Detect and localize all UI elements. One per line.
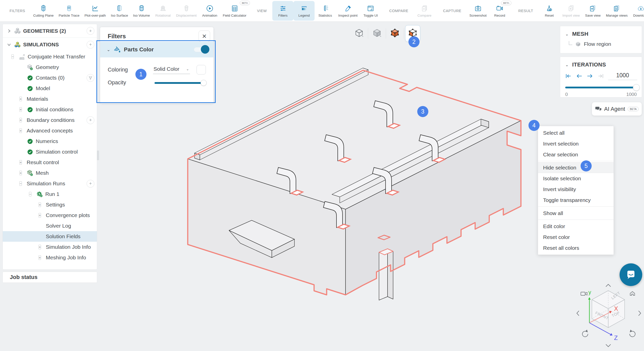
toolbar-button-plot-over-path[interactable]: Plot-over-path [82, 1, 108, 21]
skip-to-end-icon[interactable] [597, 73, 604, 79]
expand-icon[interactable]: + [39, 245, 43, 249]
menu-item-toggle-transparency[interactable]: Toggle transparency [538, 195, 614, 205]
chevron-right-icon[interactable] [7, 29, 11, 33]
toolbar-button-download[interactable]: Download [630, 1, 644, 21]
tree-item-simulation-runs[interactable]: −Simulation Runs+ [3, 178, 97, 189]
ai-agent-button[interactable]: AI Agent BETA [592, 102, 642, 116]
menu-item-reset-color[interactable]: Reset color [538, 232, 614, 242]
mesh-panel: ⌄ MESH Flow region [560, 26, 642, 53]
tree-item-materials[interactable]: +Materials [3, 94, 97, 104]
toolbar-button-particle-trace[interactable]: Particle Trace [56, 1, 82, 21]
tree-item-solver-log[interactable]: Solver Log [3, 221, 97, 231]
toolbar-button-iso-volume[interactable]: Iso Volume [131, 1, 153, 21]
render-mode-cube-vertices-button[interactable] [387, 25, 402, 42]
render-mode-cube-solid-button[interactable] [369, 25, 385, 42]
opacity-slider[interactable] [155, 80, 204, 86]
toolbar-button-field-calculator[interactable]: Field CalculatorBETA [220, 1, 249, 21]
menu-item-select-all[interactable]: Select all [538, 127, 614, 138]
tree-item-simulation-job-info[interactable]: +Simulation Job Info [3, 242, 97, 252]
tree-item-model[interactable]: Model [3, 83, 97, 94]
render-mode-cube-wire-button[interactable] [352, 25, 367, 42]
add-button[interactable]: + [87, 41, 94, 49]
expand-icon[interactable]: + [39, 255, 43, 260]
menu-item-invert-visibility[interactable]: Invert visibility [538, 184, 614, 195]
toolbar-button-filters[interactable]: Filters [272, 1, 293, 21]
tree-item-contacts-0[interactable]: Contacts (0) [3, 73, 97, 83]
chevron-down-icon[interactable]: ⌄ [565, 62, 569, 67]
toolbar-button-cutting-plane[interactable]: Cutting Plane [31, 1, 56, 21]
menu-item-reset-all-colors[interactable]: Reset all colors [538, 242, 614, 253]
mesh-item-flow-region[interactable]: Flow region [560, 37, 642, 47]
expand-icon[interactable]: + [19, 97, 24, 101]
menu-item-clear-selection[interactable]: Clear selection [538, 149, 614, 160]
home-icon [630, 292, 635, 295]
navigation-cube[interactable]: LEFT FRONT TOP y X Z [576, 283, 642, 348]
menu-item-invert-selection[interactable]: Invert selection [538, 138, 614, 149]
toolbar-button-toggle-ui[interactable]: Toggle UI [360, 1, 381, 21]
toolbar-button-save-view[interactable]: Save view [582, 1, 603, 21]
tree-item-boundary-conditions[interactable]: +Boundary conditions+ [3, 115, 97, 125]
tree-item-simulations[interactable]: SIMULATIONS+ [3, 38, 97, 51]
toolbar-button-inspect-point[interactable]: Inspect point [336, 1, 360, 21]
skip-to-start-icon[interactable] [565, 73, 572, 79]
expand-icon[interactable]: + [19, 107, 24, 112]
chevron-down-icon[interactable] [7, 42, 11, 47]
toolbar-button-animation[interactable]: Animation [199, 1, 220, 21]
menu-item-hide-selection[interactable]: Hide selection [538, 162, 614, 173]
iteration-value-input[interactable]: 1000 [608, 72, 637, 80]
expand-icon[interactable]: + [19, 128, 24, 133]
expand-icon[interactable]: + [19, 118, 24, 122]
support-chat-button[interactable] [620, 263, 642, 286]
tree-item-meshing-job-info[interactable]: +Meshing Job Info [3, 252, 97, 263]
parts-color-section-header[interactable]: ⌄ Parts Color [100, 42, 213, 57]
collapse-icon[interactable]: − [11, 54, 16, 59]
tree-item-advanced-concepts[interactable]: +Advanced concepts [3, 125, 97, 136]
add-button[interactable]: + [87, 27, 94, 35]
coloring-dropdown[interactable]: Solid Color ⌄ [153, 65, 190, 74]
tree-item-label: Mesh [36, 170, 49, 176]
toolbar-button-legend[interactable]: Legend [293, 1, 315, 21]
chevron-down-icon[interactable]: ⌄ [565, 32, 569, 37]
toolbar-button-iso-surface[interactable]: Iso Surface [108, 1, 130, 21]
expand-icon[interactable]: + [39, 202, 43, 207]
collapse-icon[interactable]: − [29, 192, 33, 196]
job-status-bar[interactable]: Job status [3, 272, 97, 283]
tree-item-mesh[interactable]: +Mesh [3, 168, 97, 178]
add-button[interactable]: + [87, 116, 94, 124]
collapse-icon[interactable]: − [19, 181, 24, 186]
close-icon[interactable]: ✕ [199, 30, 210, 42]
tree-item-run-1[interactable]: −Run 1 [3, 189, 97, 199]
add-button[interactable]: + [87, 180, 94, 188]
tree-item-settings[interactable]: +Settings [3, 199, 97, 210]
toolbar-button-label: Reset [545, 14, 554, 17]
tree-item-simulation-control[interactable]: Simulation control [3, 147, 97, 157]
tree-item-result-control[interactable]: +Result control [3, 157, 97, 168]
color-swatch[interactable] [197, 65, 206, 75]
toolbar-button-statistics[interactable]: Statistics [315, 1, 336, 21]
menu-item-edit-color[interactable]: Edit color [538, 221, 614, 232]
toolbar-button-record[interactable]: RecordBETA [489, 1, 510, 21]
tree-item-geometry[interactable]: Geometry [3, 62, 97, 73]
toolbar-button-manage-views[interactable]: Manage views [603, 1, 630, 21]
expand-icon[interactable]: + [19, 160, 24, 165]
filter-funnel-icon[interactable] [87, 74, 94, 82]
expand-icon[interactable]: + [19, 171, 24, 175]
flow-region-cube-icon [575, 41, 581, 47]
tree-item-geometries-2[interactable]: GEOMETRIES (2)+ [3, 24, 97, 38]
tree-item-solution-fields[interactable]: Solution Fields [3, 231, 97, 242]
toolbar-button-reset[interactable]: Reset [539, 1, 560, 21]
expand-icon[interactable]: + [39, 213, 43, 218]
viewport-3d-model[interactable] [176, 63, 536, 317]
sidebar-resize-handle[interactable] [97, 151, 100, 161]
menu-item-isolate-selection[interactable]: Isolate selection [538, 173, 614, 184]
tree-item-initial-conditions[interactable]: +Initial conditions [3, 104, 97, 115]
previous-step-icon[interactable] [576, 73, 583, 79]
menu-item-show-all[interactable]: Show all [538, 208, 614, 219]
next-step-icon[interactable] [587, 73, 593, 79]
tree-item-conjugate-heat-transfer[interactable]: −Conjugate Heat Transfer [3, 51, 97, 62]
toolbar-button-screenshot[interactable]: Screenshot [467, 1, 489, 21]
parts-color-toggle[interactable] [194, 47, 208, 52]
tree-item-convergence-plots[interactable]: +Convergence plots [3, 210, 97, 221]
iteration-slider[interactable] [565, 84, 637, 91]
tree-item-numerics[interactable]: Numerics [3, 136, 97, 147]
